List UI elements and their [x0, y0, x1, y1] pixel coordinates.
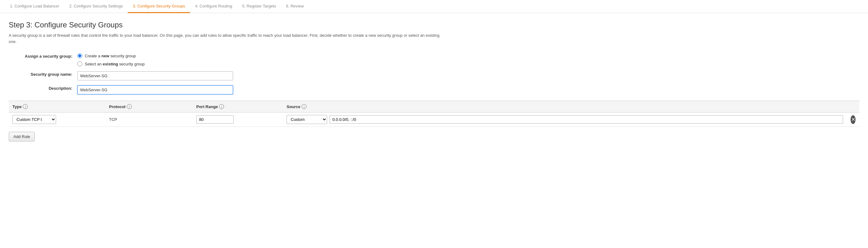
cell-port-range — [192, 115, 283, 124]
sg-name-row: Security group name: — [9, 71, 859, 81]
tab-configure-security-groups[interactable]: 3. Configure Security Groups — [128, 0, 190, 13]
form-section: Assign a security group: Create a new se… — [9, 53, 859, 94]
tab-review[interactable]: 6. Review — [281, 0, 309, 13]
radio-select-existing[interactable]: Select an existing security group — [77, 61, 145, 66]
column-header-action — [847, 104, 859, 109]
column-type-label: Type — [12, 104, 22, 109]
type-select[interactable]: Custom TCP I — [12, 115, 56, 124]
tab-configure-security-settings[interactable]: 2. Configure Security Settings — [64, 0, 128, 13]
column-protocol-label: Protocol — [109, 104, 126, 109]
protocol-info-icon[interactable]: i — [127, 104, 132, 109]
cell-remove: ✕ — [847, 115, 859, 124]
column-header-port-range: Port Range i — [192, 104, 283, 109]
radio-select-existing-input[interactable] — [77, 61, 82, 66]
tab-register-targets[interactable]: 5. Register Targets — [237, 0, 281, 13]
source-info-icon[interactable]: i — [302, 104, 307, 109]
assign-security-group-label: Assign a security group: — [9, 53, 77, 59]
table-row: Custom TCP I TCP Custom ✕ — [9, 113, 859, 127]
radio-group: Create a new security group Select an ex… — [77, 53, 145, 66]
sg-name-label: Security group name: — [9, 71, 77, 76]
source-value-input[interactable] — [330, 115, 843, 124]
assign-security-group-row: Assign a security group: Create a new se… — [9, 53, 859, 66]
column-header-type: Type i — [9, 104, 105, 109]
sg-name-input[interactable] — [77, 71, 233, 81]
remove-rule-button[interactable]: ✕ — [850, 115, 856, 124]
radio-select-existing-label: Select an existing security group — [85, 62, 145, 66]
column-header-source: Source i — [283, 104, 847, 109]
column-header-protocol: Protocol i — [105, 104, 192, 109]
protocol-value: TCP — [109, 117, 117, 122]
description-row: Description: — [9, 85, 859, 94]
cell-source: Custom — [283, 115, 847, 124]
cell-type: Custom TCP I — [9, 115, 105, 124]
radio-create-new-input[interactable] — [77, 53, 82, 58]
rules-table-container: Type i Protocol i Port Range i Source i … — [9, 101, 859, 127]
radio-create-new[interactable]: Create a new security group — [77, 53, 145, 58]
column-source-label: Source — [287, 104, 300, 109]
radio-create-new-label: Create a new security group — [85, 54, 136, 58]
description-input[interactable] — [77, 85, 233, 94]
type-info-icon[interactable]: i — [23, 104, 28, 109]
tab-configure-routing[interactable]: 4. Configure Routing — [190, 0, 237, 13]
cell-protocol: TCP — [105, 117, 192, 122]
page-description: A security group is a set of firewall ru… — [9, 32, 445, 44]
source-type-select[interactable]: Custom — [287, 115, 327, 124]
tab-configure-load-balancer[interactable]: 1. Configure Load Balancer — [5, 0, 64, 13]
add-rule-button[interactable]: Add Rule — [9, 132, 35, 142]
rules-table-header: Type i Protocol i Port Range i Source i — [9, 101, 859, 113]
port-range-info-icon[interactable]: i — [219, 104, 224, 109]
port-range-input[interactable] — [196, 115, 234, 124]
description-label: Description: — [9, 85, 77, 91]
tab-navigation: 1. Configure Load Balancer 2. Configure … — [0, 0, 868, 13]
remove-icon: ✕ — [851, 117, 855, 122]
column-port-range-label: Port Range — [196, 104, 218, 109]
main-content: Step 3: Configure Security Groups A secu… — [0, 13, 868, 149]
source-group: Custom — [287, 115, 843, 124]
page-title: Step 3: Configure Security Groups — [9, 21, 859, 29]
